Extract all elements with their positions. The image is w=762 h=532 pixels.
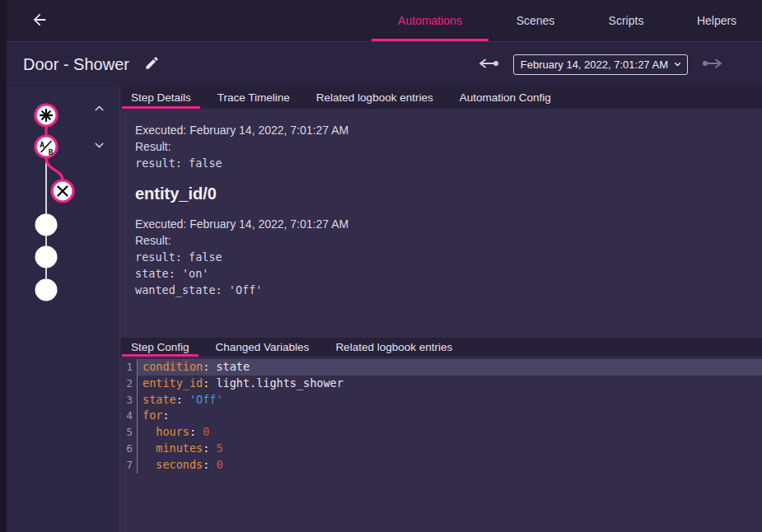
step-node[interactable]	[35, 214, 58, 236]
code-text: condition: state	[138, 359, 762, 376]
app-left-edge	[0, 0, 7, 532]
svg-text:B: B	[49, 147, 54, 156]
top-navbar: AutomationsScenesScriptsHelpers	[7, 0, 762, 41]
code-line-4[interactable]: 4for:	[120, 408, 762, 424]
svg-text:A: A	[40, 140, 44, 149]
step-node[interactable]	[35, 246, 58, 268]
trace-content: Step DetailsTrace TimelineRelated logboo…	[119, 86, 762, 532]
entity-step-heading: entity_id/0	[135, 183, 762, 204]
arrow-left-icon	[30, 11, 49, 31]
code-line-5[interactable]: 5 hours: 0	[120, 424, 762, 441]
line-number: 2	[120, 376, 138, 392]
code-text: for:	[138, 408, 762, 424]
trace-header: Door - Shower February 14, 2022, 7:01:2	[7, 41, 762, 86]
line-number: 3	[120, 392, 138, 408]
step-details-panel: Executed: February 14, 2022, 7:01:27 AM …	[135, 109, 762, 298]
code-line-1[interactable]: 1condition: state	[120, 359, 762, 376]
asterisk-icon	[40, 110, 52, 121]
line-number: 6	[120, 441, 138, 457]
condition-result-block: Executed: February 14, 2022, 7:01:27 AM …	[135, 122, 762, 171]
entity-result-block: Executed: February 14, 2022, 7:01:27 AM …	[135, 216, 762, 298]
trigger-node[interactable]	[35, 105, 57, 126]
trace-graph-sidebar: A B	[7, 86, 119, 532]
chevron-down-icon	[672, 58, 683, 72]
step-config-tabbar: Step ConfigChanged VariablesRelated logb…	[120, 338, 762, 357]
automation-trace-window: AutomationsScenesScriptsHelpers Door - S…	[0, 0, 762, 532]
step-node[interactable]	[35, 279, 58, 301]
executed-timestamp: Executed: February 14, 2022, 7:01:27 AM	[135, 122, 762, 138]
tab-helpers[interactable]: Helpers	[671, 0, 762, 41]
executed-timestamp: Executed: February 14, 2022, 7:01:27 AM	[135, 216, 762, 232]
trace-picker: February 14, 2022, 7:01:27 AM	[474, 42, 727, 87]
choose-node[interactable]: A B	[35, 136, 57, 157]
ray-arrow-left-icon	[475, 58, 500, 72]
tab-scripts[interactable]: Scripts	[581, 0, 671, 41]
line-number: 4	[120, 408, 138, 424]
line-number: 1	[120, 359, 138, 376]
tab-changed-variables[interactable]: Changed Variables	[207, 338, 319, 357]
page-title: Door - Shower	[23, 54, 161, 75]
next-trace-button[interactable]	[699, 56, 727, 73]
step-details-tabbar: Step DetailsTrace TimelineRelated logboo…	[120, 86, 762, 109]
line-number: 5	[120, 424, 138, 441]
graph-up-button[interactable]	[88, 99, 110, 120]
tab-scenes[interactable]: Scenes	[490, 0, 581, 41]
previous-trace-button[interactable]	[474, 56, 502, 73]
chevron-up-icon	[92, 101, 106, 118]
yaml-editor[interactable]: 1condition: state2entity_id: light.light…	[120, 359, 762, 474]
rename-button[interactable]	[143, 54, 161, 75]
tab-automations[interactable]: Automations	[370, 0, 490, 41]
failed-condition-node[interactable]	[52, 180, 73, 202]
code-line-6[interactable]: 6 minutes: 5	[120, 441, 762, 457]
tab-step-details[interactable]: Step Details	[122, 86, 200, 109]
state-value: state: 'on'	[135, 265, 762, 282]
main-nav-tabs: AutomationsScenesScriptsHelpers	[370, 0, 762, 41]
trace-date-select[interactable]: February 14, 2022, 7:01:27 AM	[513, 54, 688, 75]
result-label: Result:	[135, 138, 762, 155]
tab-trace-timeline[interactable]: Trace Timeline	[208, 86, 299, 109]
tab-step-config[interactable]: Step Config	[122, 338, 199, 357]
code-text: hours: 0	[138, 424, 762, 441]
tab-related-logbook-entries[interactable]: Related logbook entries	[326, 338, 461, 357]
code-text: seconds: 0	[138, 457, 762, 474]
code-text: minutes: 5	[138, 441, 762, 457]
automation-title: Door - Shower	[23, 55, 129, 74]
code-line-7[interactable]: 7 seconds: 0	[120, 457, 762, 474]
pencil-icon	[144, 55, 160, 73]
graph-down-button[interactable]	[88, 136, 110, 157]
code-text: state: 'Off'	[138, 392, 762, 408]
tab-related-logbook-entries[interactable]: Related logbook entries	[307, 86, 442, 109]
line-number: 7	[120, 457, 138, 474]
result-value: result: false	[135, 155, 762, 171]
result-label: Result:	[135, 232, 762, 249]
code-line-3[interactable]: 3state: 'Off'	[120, 392, 762, 408]
tab-automation-config[interactable]: Automation Config	[451, 86, 560, 109]
code-text: entity_id: light.lights_shower	[138, 376, 762, 392]
ray-arrow-right-icon	[701, 58, 726, 72]
code-line-2[interactable]: 2entity_id: light.lights_shower	[120, 376, 762, 392]
wanted-state-value: wanted_state: 'Off'	[135, 282, 762, 298]
trace-date-value: February 14, 2022, 7:01:27 AM	[521, 58, 668, 71]
result-value: result: false	[135, 249, 762, 265]
chevron-down-icon	[92, 138, 106, 155]
back-button[interactable]	[23, 4, 56, 37]
